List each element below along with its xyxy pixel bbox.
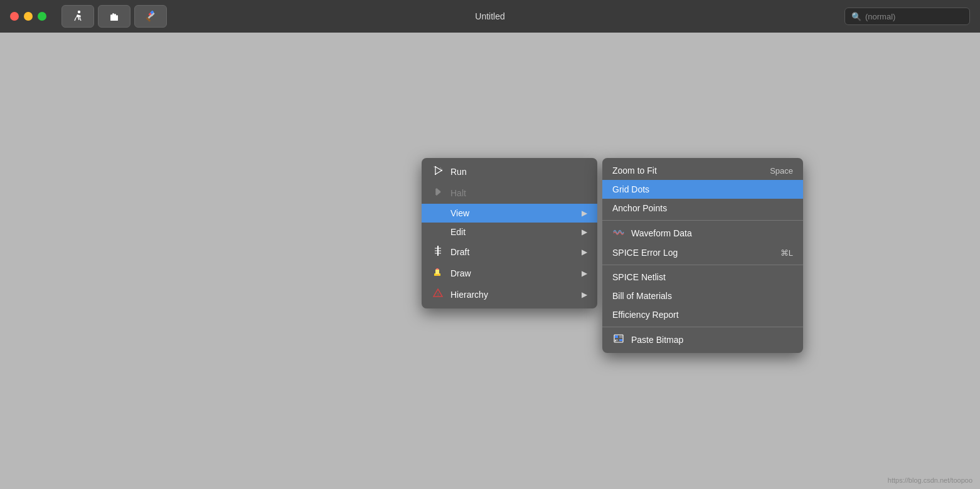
svg-rect-32 — [619, 335, 622, 338]
menu-edit-label: Edit — [450, 227, 466, 237]
spice-netlist-label: SPICE Netlist — [612, 272, 666, 282]
svg-point-18 — [440, 167, 440, 168]
submenu-item-spice-error-log[interactable]: SPICE Error Log ⌘L — [602, 243, 803, 262]
submenu-item-zoom-to-fit[interactable]: Zoom to Fit Space — [602, 161, 803, 180]
search-box[interactable]: 🔍 (normal) — [844, 8, 970, 25]
submenu-view: Zoom to Fit Space Grid Dots Anchor Point… — [602, 158, 803, 353]
run-icon — [432, 166, 444, 178]
draw-submenu-arrow: ▶ — [582, 269, 587, 278]
run-tool-button[interactable] — [61, 5, 94, 28]
paste-bitmap-label: Paste Bitmap — [631, 335, 683, 345]
waveform-icon — [612, 228, 625, 239]
svg-point-35 — [615, 340, 616, 342]
efficiency-report-label: Efficiency Report — [612, 310, 679, 320]
svg-rect-34 — [619, 339, 622, 341]
context-menu: Run Halt View ▶ Edit ▶ — [422, 158, 597, 308]
minimize-button[interactable] — [24, 12, 33, 21]
submenu-item-bill-of-materials[interactable]: Bill of Materials — [602, 287, 803, 305]
svg-point-0 — [78, 11, 80, 13]
submenu-separator-3 — [602, 327, 803, 327]
search-icon: 🔍 — [851, 12, 861, 21]
submenu-item-grid-dots[interactable]: Grid Dots — [602, 180, 803, 199]
submenu-separator-1 — [602, 220, 803, 221]
halt-icon — [432, 187, 444, 199]
svg-point-15 — [441, 170, 442, 171]
hand-tool-button[interactable] — [98, 5, 130, 28]
zoom-to-fit-label: Zoom to Fit — [612, 166, 657, 176]
menu-draw-label: Draw — [450, 268, 471, 278]
traffic-lights — [10, 12, 46, 21]
menu-item-edit[interactable]: Edit ▶ — [422, 223, 597, 241]
titlebar: Untitled 🔍 (normal) — [0, 0, 980, 33]
watermark-text: https://blog.csdn.net/toopoo — [888, 476, 972, 484]
paste-bitmap-icon — [612, 334, 625, 345]
watermark: https://blog.csdn.net/toopoo — [888, 476, 972, 484]
submenu-item-spice-netlist[interactable]: SPICE Netlist — [602, 268, 803, 287]
submenu-separator-2 — [602, 265, 803, 265]
draw-icon — [432, 267, 444, 280]
menu-item-hierarchy[interactable]: ! Hierarchy ▶ — [422, 284, 597, 305]
draft-icon — [432, 246, 444, 258]
spice-error-log-label: SPICE Error Log — [612, 248, 678, 258]
svg-point-17 — [434, 166, 434, 167]
hierarchy-icon: ! — [432, 288, 444, 301]
menu-item-draw[interactable]: Draw ▶ — [422, 263, 597, 284]
waveform-data-label: Waveform Data — [631, 228, 692, 238]
submenu-item-waveform-data[interactable]: Waveform Data — [602, 223, 803, 243]
submenu-item-paste-bitmap[interactable]: Paste Bitmap — [602, 330, 803, 350]
menu-draft-label: Draft — [450, 247, 469, 257]
menu-item-view[interactable]: View ▶ — [422, 204, 597, 223]
view-submenu-arrow: ▶ — [582, 209, 587, 218]
maximize-button[interactable] — [38, 12, 46, 21]
svg-line-1 — [75, 18, 76, 21]
svg-rect-31 — [615, 335, 618, 338]
menu-halt-label: Halt — [450, 188, 466, 198]
svg-line-2 — [80, 18, 81, 21]
close-button[interactable] — [10, 12, 19, 21]
grid-dots-label: Grid Dots — [612, 184, 649, 194]
svg-point-16 — [435, 174, 436, 175]
bill-of-materials-label: Bill of Materials — [612, 291, 672, 301]
svg-rect-25 — [435, 270, 439, 274]
submenu-item-anchor-points[interactable]: Anchor Points — [602, 199, 803, 218]
menu-item-halt: Halt — [422, 182, 597, 204]
menu-hierarchy-label: Hierarchy — [450, 290, 488, 300]
menu-item-draft[interactable]: Draft ▶ — [422, 241, 597, 263]
menu-view-label: View — [450, 208, 469, 218]
svg-point-19 — [441, 169, 442, 169]
svg-rect-27 — [437, 274, 439, 276]
draft-submenu-arrow: ▶ — [582, 248, 587, 256]
menu-item-run[interactable]: Run — [422, 161, 597, 182]
submenu-item-efficiency-report[interactable]: Efficiency Report — [602, 305, 803, 324]
main-canvas: Run Halt View ▶ Edit ▶ — [0, 33, 980, 489]
svg-text:!: ! — [437, 292, 439, 297]
toolbar-buttons — [61, 5, 167, 28]
zoom-to-fit-shortcut: Space — [770, 166, 793, 176]
spice-error-log-shortcut: ⌘L — [780, 248, 793, 258]
hammer-tool-button[interactable] — [134, 5, 167, 28]
edit-submenu-arrow: ▶ — [582, 228, 587, 236]
menu-run-label: Run — [450, 167, 467, 177]
search-placeholder: (normal) — [865, 12, 895, 21]
svg-rect-7 — [110, 19, 118, 21]
hierarchy-submenu-arrow: ▶ — [582, 290, 587, 299]
anchor-points-label: Anchor Points — [612, 203, 667, 213]
svg-marker-26 — [435, 268, 439, 270]
svg-point-14 — [435, 166, 436, 167]
window-title: Untitled — [475, 11, 504, 21]
